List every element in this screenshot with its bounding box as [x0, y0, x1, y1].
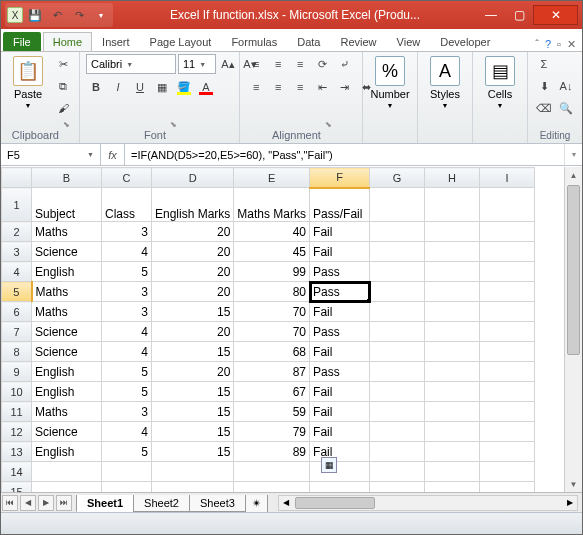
cell-I7[interactable] [480, 322, 535, 342]
cell-D7[interactable]: 20 [152, 322, 234, 342]
row-header-9[interactable]: 9 [2, 362, 32, 382]
cell-E8[interactable]: 68 [234, 342, 310, 362]
cell-B5[interactable]: Maths [32, 282, 102, 302]
column-header-B[interactable]: B [32, 168, 102, 188]
cell-F14[interactable] [310, 462, 370, 482]
bold-button[interactable]: B [86, 77, 106, 97]
cell-B3[interactable]: Science [32, 242, 102, 262]
scroll-up-icon[interactable]: ▲ [565, 167, 582, 183]
scroll-thumb[interactable] [295, 497, 375, 509]
cell-B2[interactable]: Maths [32, 222, 102, 242]
cell-C13[interactable]: 5 [102, 442, 152, 462]
cell-D14[interactable] [152, 462, 234, 482]
select-all-corner[interactable] [2, 168, 32, 188]
cell-I2[interactable] [480, 222, 535, 242]
minimize-button[interactable]: ― [477, 5, 505, 25]
cell-E10[interactable]: 67 [234, 382, 310, 402]
cell-D12[interactable]: 15 [152, 422, 234, 442]
cell-B4[interactable]: English [32, 262, 102, 282]
tab-view[interactable]: View [387, 32, 431, 51]
cell-C10[interactable]: 5 [102, 382, 152, 402]
row-header-7[interactable]: 7 [2, 322, 32, 342]
cell-D11[interactable]: 15 [152, 402, 234, 422]
font-color-icon[interactable]: A [196, 77, 216, 97]
cell-B8[interactable]: Science [32, 342, 102, 362]
qat-customize-icon[interactable]: ▼ [91, 5, 111, 25]
cell-D8[interactable]: 15 [152, 342, 234, 362]
cell-G10[interactable] [370, 382, 425, 402]
cell-D9[interactable]: 20 [152, 362, 234, 382]
sort-filter-icon[interactable]: A↓ [556, 76, 576, 96]
cell-G8[interactable] [370, 342, 425, 362]
cell-D1[interactable]: English Marks [152, 188, 234, 222]
scroll-left-icon[interactable]: ◀ [279, 496, 293, 510]
cell-G12[interactable] [370, 422, 425, 442]
styles-button[interactable]: AStyles▼ [424, 54, 466, 111]
align-middle-icon[interactable]: ≡ [268, 54, 288, 74]
cell-I9[interactable] [480, 362, 535, 382]
align-right-icon[interactable]: ≡ [290, 77, 310, 97]
column-header-G[interactable]: G [370, 168, 425, 188]
cell-C11[interactable]: 3 [102, 402, 152, 422]
autofill-smart-tag-icon[interactable]: ▦ [321, 457, 337, 473]
cell-H10[interactable] [425, 382, 480, 402]
cell-F11[interactable]: Fail [310, 402, 370, 422]
column-header-E[interactable]: E [234, 168, 310, 188]
document-close-icon[interactable]: ✕ [567, 38, 576, 51]
increase-indent-icon[interactable]: ⇥ [334, 77, 354, 97]
cell-G5[interactable] [370, 282, 425, 302]
cell-G11[interactable] [370, 402, 425, 422]
cell-H5[interactable] [425, 282, 480, 302]
cell-F8[interactable]: Fail [310, 342, 370, 362]
vertical-scrollbar[interactable]: ▲ ▼ [564, 167, 582, 492]
font-name-combo[interactable]: Calibri▼ [86, 54, 176, 74]
cell-G7[interactable] [370, 322, 425, 342]
cell-E9[interactable]: 87 [234, 362, 310, 382]
column-header-I[interactable]: I [480, 168, 535, 188]
cell-H14[interactable] [425, 462, 480, 482]
fx-icon[interactable]: fx [101, 144, 125, 165]
cell-E11[interactable]: 59 [234, 402, 310, 422]
cell-D5[interactable]: 20 [152, 282, 234, 302]
cell-D6[interactable]: 15 [152, 302, 234, 322]
cell-H12[interactable] [425, 422, 480, 442]
cell-E5[interactable]: 80 [234, 282, 310, 302]
italic-button[interactable]: I [108, 77, 128, 97]
cell-B14[interactable] [32, 462, 102, 482]
row-header-11[interactable]: 11 [2, 402, 32, 422]
name-box[interactable]: F5▼ [1, 144, 101, 165]
new-sheet-button[interactable]: ✴ [245, 495, 268, 513]
row-header-2[interactable]: 2 [2, 222, 32, 242]
cell-E1[interactable]: Maths Marks [234, 188, 310, 222]
increase-font-icon[interactable]: A▴ [218, 54, 238, 74]
cell-G13[interactable] [370, 442, 425, 462]
cell-C6[interactable]: 3 [102, 302, 152, 322]
number-button[interactable]: %Number▼ [369, 54, 411, 111]
find-icon[interactable]: 🔍 [556, 98, 576, 118]
cell-G14[interactable] [370, 462, 425, 482]
cell-G1[interactable] [370, 188, 425, 222]
cell-I10[interactable] [480, 382, 535, 402]
cell-E7[interactable]: 70 [234, 322, 310, 342]
cell-H2[interactable] [425, 222, 480, 242]
cells-button[interactable]: ▤Cells▼ [479, 54, 521, 111]
cell-H13[interactable] [425, 442, 480, 462]
cell-D13[interactable]: 15 [152, 442, 234, 462]
cell-E13[interactable]: 89 [234, 442, 310, 462]
cell-I8[interactable] [480, 342, 535, 362]
scroll-right-icon[interactable]: ▶ [563, 496, 577, 510]
cell-I4[interactable] [480, 262, 535, 282]
cell-C1[interactable]: Class [102, 188, 152, 222]
cell-E4[interactable]: 99 [234, 262, 310, 282]
autosum-icon[interactable]: Σ [534, 54, 554, 74]
tab-developer[interactable]: Developer [430, 32, 500, 51]
cell-D4[interactable]: 20 [152, 262, 234, 282]
dialog-launcher-icon[interactable]: ⬊ [168, 120, 177, 129]
cell-F1[interactable]: Pass/Fail [310, 188, 370, 222]
cell-B6[interactable]: Maths [32, 302, 102, 322]
cell-E14[interactable] [234, 462, 310, 482]
border-icon[interactable]: ▦ [152, 77, 172, 97]
cell-G9[interactable] [370, 362, 425, 382]
align-bottom-icon[interactable]: ≡ [290, 54, 310, 74]
help-icon[interactable]: ? [545, 38, 551, 51]
